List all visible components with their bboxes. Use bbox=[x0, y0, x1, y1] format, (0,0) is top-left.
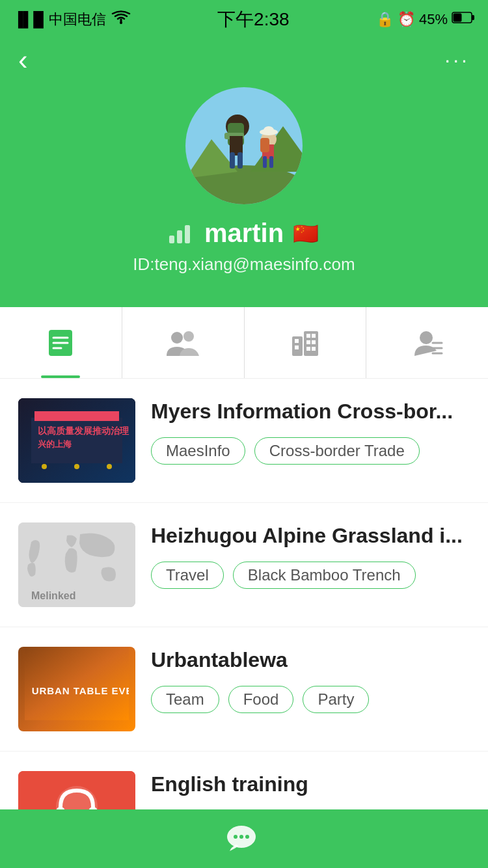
svg-rect-32 bbox=[295, 339, 299, 343]
item-thumbnail: 以高质量发展推动治理 兴的上海 bbox=[18, 398, 135, 483]
svg-rect-35 bbox=[306, 340, 310, 344]
tab-bar bbox=[0, 307, 488, 379]
svg-rect-33 bbox=[295, 346, 299, 349]
status-right: 🔒 ⏰ 45% bbox=[376, 11, 475, 28]
battery-icon bbox=[452, 11, 475, 28]
profile-header: ‹ ··· bbox=[0, 39, 488, 307]
svg-rect-55 bbox=[25, 647, 129, 720]
tag[interactable]: Travel bbox=[151, 562, 224, 589]
item-tags: Team Food Party bbox=[151, 686, 470, 713]
expo-image: 以高质量发展推动治理 兴的上海 bbox=[18, 398, 135, 483]
svg-rect-18 bbox=[269, 156, 273, 168]
tag[interactable]: Cross-border Trade bbox=[254, 437, 420, 465]
svg-rect-22 bbox=[177, 230, 182, 243]
carrier-name: 中国电信 bbox=[49, 10, 106, 29]
svg-point-67 bbox=[245, 835, 249, 839]
chat-bubble-icon bbox=[224, 822, 264, 855]
item-thumbnail: URBAN TABLE EVEN bbox=[18, 647, 135, 731]
svg-text:URBAN TABLE EVEN: URBAN TABLE EVEN bbox=[32, 685, 129, 696]
lock-icon: 🔒 bbox=[376, 11, 394, 28]
signal-icon: ▐▌█ bbox=[13, 11, 44, 28]
status-left: ▐▌█ 中国电信 bbox=[13, 10, 131, 29]
svg-rect-12 bbox=[230, 152, 235, 169]
svg-rect-13 bbox=[237, 152, 243, 169]
status-time: 下午2:38 bbox=[217, 7, 290, 32]
item-title: Urbantablewa bbox=[151, 647, 470, 674]
svg-text:Melinked: Melinked bbox=[31, 590, 75, 601]
tag[interactable]: MaesInfo bbox=[151, 437, 245, 465]
tag[interactable]: Team bbox=[151, 686, 219, 713]
svg-rect-21 bbox=[169, 236, 174, 243]
item-content: Heizhugou Alpine Grassland i... Travel B… bbox=[151, 522, 470, 589]
svg-rect-17 bbox=[263, 156, 267, 168]
content-list: 以高质量发展推动治理 兴的上海 Myers Information Cross-… bbox=[0, 379, 488, 868]
wifi-icon bbox=[111, 10, 131, 29]
urban-image: URBAN TABLE EVEN bbox=[25, 647, 129, 725]
svg-point-51 bbox=[74, 464, 79, 469]
svg-point-40 bbox=[420, 331, 433, 344]
tab-profile[interactable] bbox=[366, 307, 488, 378]
tag[interactable]: Food bbox=[228, 686, 294, 713]
profile-name: martin bbox=[204, 219, 284, 248]
profile-id: ID:teng.xiang@maesinfo.com bbox=[133, 254, 355, 275]
svg-point-29 bbox=[183, 331, 194, 342]
svg-point-65 bbox=[234, 835, 237, 839]
org-icon bbox=[290, 327, 321, 359]
item-title: Heizhugou Alpine Grassland i... bbox=[151, 522, 470, 550]
profile-icon bbox=[412, 327, 443, 359]
profile-flag: 🇨🇳 bbox=[293, 221, 319, 246]
svg-rect-3 bbox=[454, 14, 462, 22]
svg-rect-37 bbox=[312, 334, 316, 338]
back-button[interactable]: ‹ bbox=[18, 46, 28, 74]
svg-point-50 bbox=[42, 464, 47, 469]
svg-rect-34 bbox=[306, 334, 310, 338]
chat-bar[interactable] bbox=[0, 809, 488, 868]
tab-organization[interactable] bbox=[245, 307, 367, 378]
svg-rect-20 bbox=[264, 126, 274, 134]
list-item[interactable]: URBAN TABLE EVEN Urbantablewa Team Food … bbox=[0, 627, 488, 752]
svg-point-28 bbox=[171, 332, 183, 344]
avatar bbox=[185, 87, 303, 204]
tab-friends[interactable] bbox=[122, 307, 245, 378]
friends-icon bbox=[165, 327, 200, 359]
profile-name-row: martin 🇨🇳 bbox=[169, 219, 319, 248]
battery-text: 45% bbox=[419, 11, 448, 28]
svg-rect-31 bbox=[304, 331, 318, 356]
map-image: Melinked bbox=[18, 522, 135, 607]
svg-text:兴的上海: 兴的上海 bbox=[38, 439, 72, 449]
tab-posts[interactable] bbox=[0, 307, 122, 378]
header-nav: ‹ ··· bbox=[0, 39, 488, 81]
item-title: Myers Information Cross-bor... bbox=[151, 398, 470, 426]
svg-rect-36 bbox=[306, 347, 310, 351]
item-thumbnail: Melinked bbox=[18, 522, 135, 607]
svg-point-52 bbox=[107, 464, 112, 469]
item-content: Urbantablewa Team Food Party bbox=[151, 647, 470, 713]
svg-rect-47 bbox=[34, 411, 119, 421]
svg-point-66 bbox=[239, 835, 243, 839]
item-tags: MaesInfo Cross-border Trade bbox=[151, 437, 470, 465]
item-tags: Travel Black Bamboo Trench bbox=[151, 562, 470, 589]
item-title: English training bbox=[151, 771, 470, 798]
posts-icon bbox=[45, 327, 76, 359]
svg-rect-39 bbox=[312, 347, 316, 351]
svg-rect-16 bbox=[260, 138, 269, 152]
list-item[interactable]: Melinked Heizhugou Alpine Grassland i...… bbox=[0, 503, 488, 627]
svg-text:以高质量发展推动治理: 以高质量发展推动治理 bbox=[38, 426, 129, 436]
tag[interactable]: Black Bamboo Trench bbox=[233, 562, 416, 589]
svg-point-0 bbox=[120, 21, 122, 24]
wechat-bars-icon bbox=[169, 224, 195, 243]
status-bar: ▐▌█ 中国电信 下午2:38 🔒 ⏰ 45% bbox=[0, 0, 488, 39]
svg-rect-2 bbox=[472, 15, 474, 20]
svg-rect-38 bbox=[312, 340, 316, 344]
more-button[interactable]: ··· bbox=[444, 48, 470, 72]
alarm-icon: ⏰ bbox=[398, 11, 415, 28]
list-item[interactable]: 以高质量发展推动治理 兴的上海 Myers Information Cross-… bbox=[0, 379, 488, 503]
item-content: Myers Information Cross-bor... MaesInfo … bbox=[151, 398, 470, 465]
tag[interactable]: Party bbox=[303, 686, 369, 713]
svg-rect-23 bbox=[185, 225, 190, 243]
